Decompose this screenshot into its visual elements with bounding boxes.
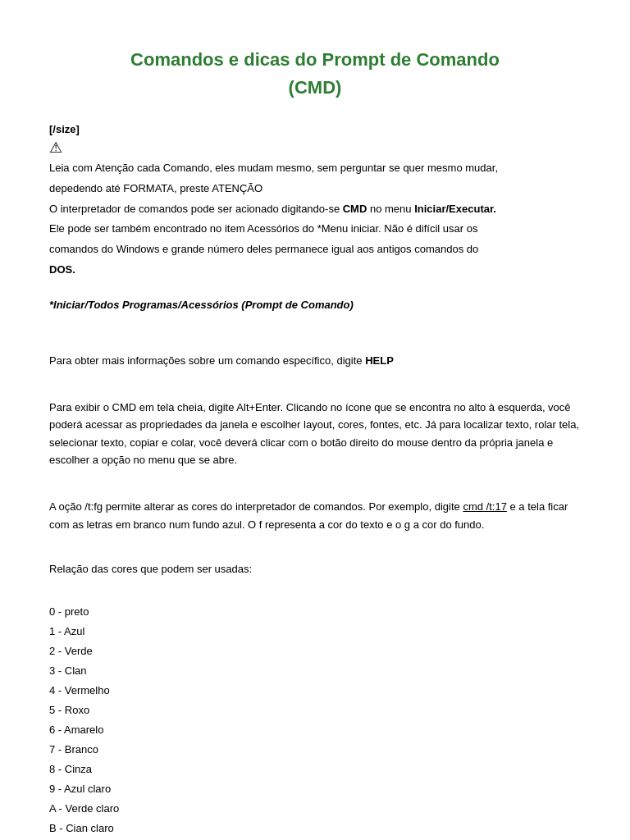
intro-section: [/size] ⚠ Leia com Atenção cada Comando,…: [49, 123, 581, 279]
help-bold: HELP: [365, 354, 394, 367]
help-text: Para obter mais informações sobre um com…: [49, 352, 581, 370]
intro-line2: depedendo até FORMATA, preste ATENÇÃO: [49, 180, 581, 198]
menu-bold: Iniciar/Executar.: [414, 203, 496, 215]
list-item: 8 - Cinza: [49, 760, 581, 779]
colors-section: Relação das cores que podem ser usadas: …: [49, 563, 581, 840]
fullscreen-section: Para exibir o CMD em tela cheia, digite …: [49, 399, 581, 469]
list-item: 2 - Verde: [49, 641, 581, 661]
list-item: 5 - Roxo: [49, 701, 581, 720]
list-item: 7 - Branco: [49, 740, 581, 760]
color-cmd-link: cmd /t:17: [463, 500, 506, 513]
intro-line1: Leia com Atenção cada Comando, eles muda…: [49, 160, 581, 177]
list-item: 9 - Azul claro: [49, 779, 581, 799]
list-item: 0 - preto: [49, 602, 581, 622]
color-option-text: A oção /t:fg permite alterar as cores do…: [49, 498, 581, 534]
size-tag: [/size]: [49, 123, 581, 135]
menu-path-section: *Iniciar/Todos Programas/Acessórios (Pro…: [49, 299, 581, 311]
list-item: 4 - Vermelho: [49, 681, 581, 701]
list-item: 6 - Amarelo: [49, 720, 581, 740]
help-section: Para obter mais informações sobre um com…: [49, 352, 581, 370]
list-item: 3 - Clan: [49, 661, 581, 681]
page-container: Comandos e dicas do Prompt de Comando (C…: [49, 49, 581, 840]
cmd-bold: CMD: [343, 203, 368, 215]
list-item: A - Verde claro: [49, 799, 581, 819]
fullscreen-text: Para exibir o CMD em tela cheia, digite …: [49, 399, 581, 469]
color-option-section: A oção /t:fg permite alterar as cores do…: [49, 498, 581, 534]
colors-intro-text: Relação das cores que podem ser usadas:: [49, 563, 581, 575]
page-title-line2: (CMD): [49, 77, 581, 98]
intro-line5: comandos do Windows e grande número dele…: [49, 241, 581, 258]
intro-line6: DOS.: [49, 262, 581, 279]
intro-line4: Ele pode ser também encontrado no item A…: [49, 221, 581, 238]
intro-line3: O interpretador de comandos pode ser aci…: [49, 201, 581, 218]
list-item: 1 - Azul: [49, 622, 581, 641]
colors-list: 0 - preto1 - Azul2 - Verde3 - Clan4 - Ve…: [49, 602, 581, 840]
list-item: B - Cian claro: [49, 819, 581, 838]
page-title-line1: Comandos e dicas do Prompt de Comando: [49, 49, 581, 71]
warning-icon: ⚠: [49, 139, 581, 157]
menu-path-text: *Iniciar/Todos Programas/Acessórios (Pro…: [49, 299, 581, 311]
